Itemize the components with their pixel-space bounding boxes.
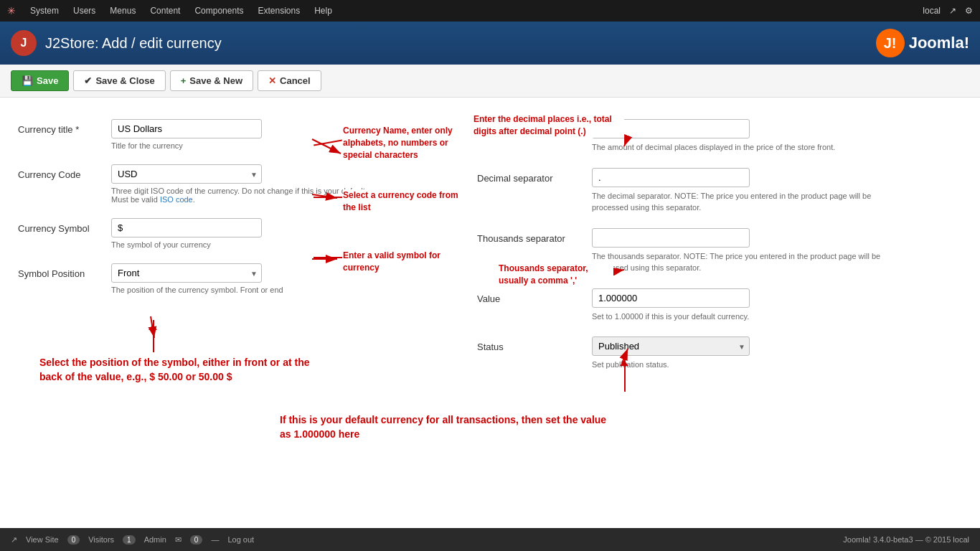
joomla-logo: J! Joomla! [876,29,969,57]
plus-icon: + [181,75,187,86]
iso-link[interactable]: ISO code [160,195,193,204]
symbol-callout: Enter a valid symbol for currency [343,250,465,274]
view-site-label[interactable]: View Site [26,535,59,544]
decimal-places-hint: The amount of decimal places displayed i… [592,141,893,154]
topbar-right: local ↗ ⚙ [923,6,973,16]
status-label: Status [477,336,592,352]
decimal-separator-row: Decimal separator The decimal separator.… [477,168,962,214]
thousands-separator-hint: The thousands separator. NOTE: The price… [592,250,893,274]
decimal-separator-hint: The decimal separator. NOTE: The price y… [592,190,893,214]
save-close-label: Save & Close [95,75,154,86]
thousands-separator-input[interactable] [592,228,750,248]
local-label: local [923,6,941,16]
check-icon: ✔ [84,75,92,86]
footer: ↗ View Site 0 Visitors 1 Admin ✉ 0 — Log… [0,528,980,550]
save-close-button[interactable]: ✔ Save & Close [73,70,165,91]
admin-label: Admin [144,535,166,544]
form-grid: Currency title * Title for the currency … [18,112,962,392]
currency-code-label: Currency Code [18,164,111,180]
arrow-position-head [149,320,157,330]
save-icon: 💾 [22,75,33,86]
currency-symbol-content: The symbol of your currency [111,218,448,249]
currency-name-callout: Currency Name, enter only alphabets, no … [343,125,472,161]
right-column: Decimal Places The amount of decimal pla… [477,119,962,385]
status-select-wrapper: Published Unpublished [592,336,750,356]
joomla-star-icon: ✳ [7,5,16,17]
currency-symbol-label: Currency Symbol [18,218,111,234]
value-row: Value Set to 1.00000 if this is your def… [477,288,962,323]
nav-content[interactable]: Content [144,3,186,19]
arrow-symbol [314,257,342,258]
cancel-button[interactable]: ✕ Cancel [258,70,321,91]
save-new-button[interactable]: + Save & New [170,70,253,91]
footer-left: ↗ View Site 0 Visitors 1 Admin ✉ 0 — Log… [11,535,254,545]
currency-title-label: Currency title * [18,119,111,135]
arrow-value-head [620,356,628,366]
logout-label[interactable]: Log out [227,535,254,544]
nav-components[interactable]: Components [189,3,249,19]
page-header: J J2Store: Add / edit currency J! Joomla… [0,22,980,65]
messages-badge: 0 [190,535,203,545]
logo-letter: J [21,37,27,50]
symbol-position-label: Symbol Position [18,263,111,279]
nav-system[interactable]: System [24,3,65,19]
nav-help[interactable]: Help [308,3,338,19]
joomla-label: Joomla! [909,34,969,52]
mail-icon: ✉ [175,535,182,545]
position-callout: Select the position of the symbol, eithe… [39,356,319,384]
external-icon: ↗ [11,535,17,545]
footer-right: Joomla! 3.4.0-beta3 — © 2015 local [843,535,969,544]
decimal-callout: Enter the decimal places i.e., total dig… [473,113,624,138]
nav-extensions[interactable]: Extensions [252,3,306,19]
thousands-callout: Thousands separator, usually a comma ',' [499,263,613,287]
decimal-separator-input[interactable] [592,168,750,187]
cancel-label: Cancel [280,75,311,86]
gear-icon[interactable]: ⚙ [965,6,973,16]
version-label: Joomla! 3.4.0-beta3 — © 2015 local [843,535,969,544]
symbol-position-hint: The position of the currency symbol. Fro… [111,286,413,294]
j2store-logo: J [11,30,37,56]
thousands-separator-label: Thousands separator [477,228,592,244]
symbol-position-select-wrapper: Front End [111,263,262,283]
value-content: Set to 1.00000 if this is your default c… [592,288,962,323]
thousands-separator-content: The thousands separator. NOTE: The price… [592,228,962,274]
x-icon: ✕ [268,75,276,86]
value-hint: Set to 1.00000 if this is your default c… [592,311,893,323]
value-callout: If this is your default currency for all… [280,413,617,441]
status-content: Published Unpublished Set publication st… [592,336,962,371]
top-menu-bar: ✳ System Users Menus Content Components … [0,0,980,22]
status-hint: Set publication status. [592,359,893,371]
status-row: Status Published Unpublished Set publica… [477,336,962,371]
header-right: J! Joomla! [876,29,969,57]
admin-badge: 1 [123,535,136,545]
toolbar: 💾 Save ✔ Save & Close + Save & New ✕ Can… [0,65,980,98]
save-label: Save [37,75,58,86]
nav-menus[interactable]: Menus [104,3,141,19]
top-nav: System Users Menus Content Components Ex… [24,3,923,19]
save-button[interactable]: 💾 Save [11,70,69,91]
currency-code-select[interactable]: USD EUR GBP [111,164,262,184]
page-title: J2Store: Add / edit currency [45,35,222,52]
currency-symbol-row: Currency Symbol The symbol of your curre… [18,218,448,249]
dash-sep: — [211,535,219,544]
save-new-label: Save & New [189,75,242,86]
value-input[interactable] [592,288,750,308]
decimal-separator-label: Decimal separator [477,168,592,184]
decimal-separator-content: The decimal separator. NOTE: The price y… [592,168,962,214]
main-content: Currency title * Title for the currency … [0,98,980,550]
currency-symbol-hint: The symbol of your currency [111,240,413,249]
currency-symbol-input[interactable] [111,218,262,237]
currency-code-callout: Select a currency code from the list [343,189,465,214]
joomla-icon: J! [876,29,905,57]
nav-users[interactable]: Users [67,3,101,19]
status-select[interactable]: Published Unpublished [592,336,750,356]
external-link-icon: ↗ [949,6,956,16]
arrow-currency-code [314,197,342,198]
visitors-badge: 0 [67,535,80,545]
currency-code-select-wrapper: USD EUR GBP [111,164,262,184]
symbol-position-select[interactable]: Front End [111,263,262,283]
header-left: J J2Store: Add / edit currency [11,30,222,56]
value-label: Value [477,288,592,304]
decimal-places-content: The amount of decimal places displayed i… [592,119,962,154]
currency-title-input[interactable] [111,119,262,138]
